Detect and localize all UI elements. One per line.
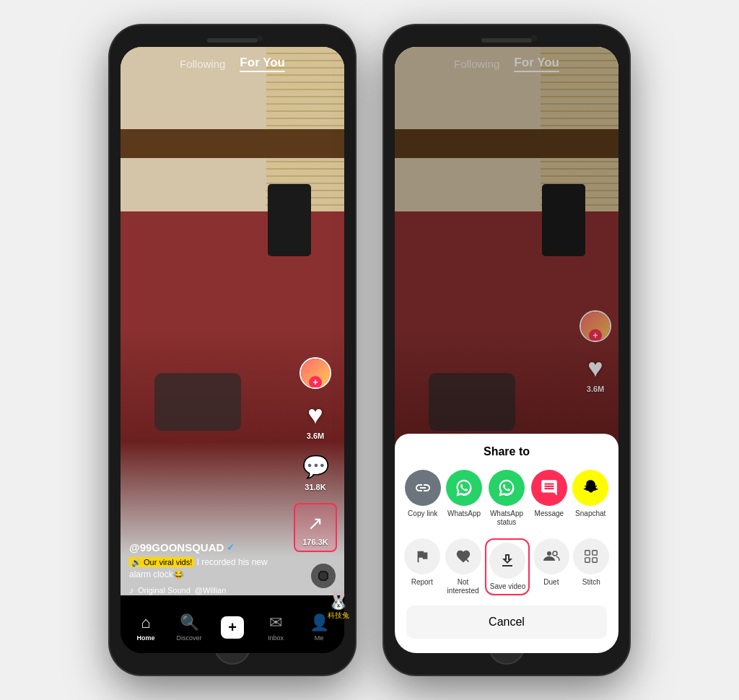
save-video-label: Save video (490, 582, 525, 591)
stitch-label: Stitch (582, 578, 600, 587)
follow-plus-badge-2: + (589, 329, 602, 342)
copy-link-label: Copy link (408, 509, 437, 518)
svg-rect-6 (592, 558, 597, 562)
like-button[interactable]: ♥ 3.6M (301, 401, 330, 440)
avatar-2: + (580, 310, 611, 342)
discover-icon: 🔍 (180, 613, 199, 632)
whatsapp-label: WhatsApp (447, 509, 481, 518)
svg-rect-5 (585, 558, 590, 562)
nav-for-you-2[interactable]: For You (514, 56, 559, 72)
top-navigation-2: Following For You (395, 56, 618, 72)
svg-point-2 (553, 551, 557, 556)
share-duet[interactable]: Duet (533, 538, 570, 595)
phone-screen-2: Following For You + ♥ 3.6M (395, 47, 618, 653)
svg-rect-4 (592, 551, 597, 555)
nav-create[interactable]: + (211, 617, 254, 637)
tiktok-overlay-2: Following For You + ♥ 3.6M (395, 47, 618, 653)
nav-home[interactable]: ⌂ Home (124, 613, 167, 642)
video-info: @99GOONSQUAD ✓ 🔊 Our viral vids! I recor… (129, 541, 287, 595)
phone-2: Following For You + ♥ 3.6M (384, 25, 629, 675)
nav-inbox[interactable]: ✉ Inbox (254, 613, 297, 642)
me-icon: 👤 (310, 613, 329, 632)
vinyl-disc (311, 564, 336, 588)
snapchat-icon (572, 470, 608, 506)
not-interested-icon (445, 538, 481, 574)
follow-plus-badge: + (309, 376, 322, 389)
like-count: 3.6M (307, 432, 324, 440)
svg-point-1 (547, 551, 551, 556)
share-sheet: Share to Copy link (395, 434, 618, 653)
action-buttons: + ♥ 3.6M 💬 31.8K ↗ 176.3K (294, 357, 337, 552)
phone-camera-2 (531, 35, 537, 41)
watermark: 🐰 科技兔 (328, 590, 349, 621)
share-whatsapp[interactable]: WhatsApp (445, 470, 483, 527)
sound-author: @Willian (195, 586, 227, 595)
share-report[interactable]: Report (403, 538, 441, 595)
comment-icon: 💬 (301, 452, 330, 481)
comment-button[interactable]: 💬 31.8K (301, 452, 330, 491)
home-label: Home (136, 634, 154, 642)
share-icon: ↗ (301, 509, 330, 538)
bottom-navigation: ⌂ Home 🔍 Discover + ✉ Inbox 👤 (121, 601, 344, 653)
sound-info: ♪ Original Sound @Willian (129, 585, 287, 595)
whatsapp-status-icon (489, 470, 525, 506)
share-actions-row: Report Not interested (395, 538, 618, 595)
whatsapp-status-label: WhatsApp status (486, 509, 526, 527)
verified-badge: ✓ (227, 542, 235, 553)
phone-screen-1: Following For You + ♥ 3.6M (121, 47, 344, 653)
stitch-icon (573, 538, 609, 574)
share-whatsapp-status[interactable]: WhatsApp status (486, 470, 526, 527)
report-icon (404, 538, 440, 574)
share-not-interested[interactable]: Not interested (443, 538, 483, 595)
share-button[interactable]: ↗ 176.3K (294, 503, 337, 552)
cancel-button[interactable]: Cancel (406, 605, 607, 639)
avatar: + (299, 357, 331, 389)
caption-emoji: 🔊 Our viral vids! (129, 557, 194, 567)
comment-count: 31.8K (305, 483, 325, 491)
share-title: Share to (395, 445, 618, 458)
svg-rect-3 (585, 551, 590, 555)
heart-icon-2: ♥ (581, 354, 610, 382)
phone-speaker-2 (481, 38, 532, 43)
top-navigation: Following For You (121, 56, 344, 72)
sound-name: Original Sound (138, 586, 191, 595)
avatar-button-2[interactable]: + (580, 310, 611, 342)
save-video-icon (489, 543, 525, 579)
watermark-text: 科技兔 (328, 611, 349, 621)
not-interested-label: Not interested (443, 578, 483, 595)
message-icon (531, 470, 567, 506)
video-caption: 🔊 Our viral vids! I recorded his new ala… (129, 556, 287, 581)
like-button-2[interactable]: ♥ 3.6M (581, 354, 610, 393)
phone-speaker (207, 38, 258, 43)
avatar-button[interactable]: + (299, 357, 331, 389)
share-stitch[interactable]: Stitch (572, 538, 610, 595)
share-copy-link[interactable]: Copy link (404, 470, 442, 527)
snapchat-label: Snapchat (575, 509, 605, 518)
inbox-label: Inbox (268, 634, 284, 642)
phone-camera (257, 35, 263, 41)
heart-icon: ♥ (301, 401, 330, 429)
nav-following[interactable]: Following (180, 58, 225, 70)
whatsapp-icon (446, 470, 482, 506)
report-label: Report (411, 578, 433, 587)
create-icon: + (221, 616, 244, 639)
duet-label: Duet (543, 578, 559, 587)
copy-link-icon (405, 470, 441, 506)
share-count: 176.3K (302, 538, 328, 546)
nav-for-you[interactable]: For You (240, 56, 285, 72)
share-snapchat[interactable]: Snapchat (572, 470, 609, 527)
share-save-video[interactable]: Save video (485, 538, 530, 595)
me-label: Me (315, 634, 324, 642)
nav-discover[interactable]: 🔍 Discover (167, 613, 211, 642)
share-message[interactable]: Message (530, 470, 568, 527)
message-label: Message (535, 509, 564, 518)
watermark-icon: 🐰 (328, 590, 349, 611)
action-buttons-2: + ♥ 3.6M (580, 310, 611, 393)
discover-label: Discover (176, 634, 201, 642)
home-icon: ⌂ (141, 613, 150, 632)
like-count-2: 3.6M (587, 385, 604, 393)
tiktok-overlay: Following For You + ♥ 3.6M (121, 47, 344, 653)
share-apps-row: Copy link WhatsApp (395, 470, 618, 527)
duet-icon (533, 538, 569, 574)
nav-following-2[interactable]: Following (454, 58, 499, 70)
